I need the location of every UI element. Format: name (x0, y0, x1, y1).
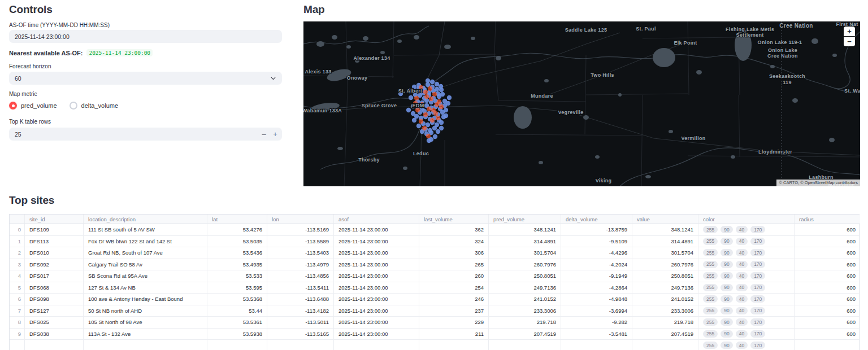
table-cell[interactable]: -113.5011 (267, 317, 334, 329)
table-cell[interactable]: 100 ave & Antony Henday - East Bound (84, 294, 207, 305)
row-index-cell[interactable]: 9 (10, 329, 25, 340)
table-cell[interactable]: 211 (419, 329, 489, 340)
column-header[interactable]: delta_volume (561, 215, 632, 224)
table-cell[interactable] (489, 340, 561, 350)
table-cell[interactable]: 2559040170 (698, 259, 795, 271)
table-cell[interactable]: 233.3006 (489, 305, 561, 317)
site-dot-blue[interactable] (439, 126, 444, 130)
site-dot-blue[interactable] (439, 120, 444, 125)
table-cell[interactable]: -4.2024 (561, 259, 632, 271)
site-dot-orange[interactable] (437, 99, 441, 104)
table-cell[interactable]: -3.5481 (561, 329, 632, 340)
table-cell[interactable] (561, 340, 632, 350)
site-dot-blue[interactable] (406, 108, 411, 112)
site-dot-blue[interactable] (432, 126, 437, 130)
table-cell[interactable]: 250.8051 (632, 270, 698, 282)
site-dot-blue[interactable] (426, 78, 430, 83)
forecast-horizon-select[interactable]: 60 (9, 72, 282, 85)
site-dot-orange[interactable] (414, 96, 419, 100)
table-cell[interactable]: 53.533 (207, 270, 267, 282)
table-cell[interactable] (267, 340, 334, 350)
table-cell[interactable]: 53.5035 (207, 236, 267, 248)
map[interactable]: Saddle Lake 125St. PaulCree NationFirst … (303, 21, 860, 186)
table-cell[interactable]: 53.595 (207, 282, 267, 294)
map-canvas[interactable]: Saddle Lake 125St. PaulCree NationFirst … (303, 21, 860, 186)
table-cell[interactable]: 53.5361 (207, 317, 267, 329)
table-cell[interactable]: 105 St North of 98 Ave (84, 317, 207, 329)
table-cell[interactable]: 2025-11-14 23:00:00 (334, 329, 419, 340)
table-cell[interactable]: 111 St SB south of 5 AV SW (84, 224, 207, 236)
map-zoom-in-button[interactable]: + (844, 27, 855, 36)
site-dot-orange[interactable] (433, 111, 438, 116)
table-cell[interactable]: 362 (419, 224, 489, 236)
table-cell[interactable]: 127 St & 134 Av NB (84, 282, 207, 294)
table-cell[interactable]: 53.5938 (207, 329, 267, 340)
topk-decrement-button[interactable]: – (258, 128, 270, 141)
topk-number-input[interactable]: 25 – + (9, 128, 282, 141)
table-cell[interactable]: 2559040170 (698, 270, 795, 282)
table-cell[interactable]: -113.5169 (267, 224, 334, 236)
table-cell[interactable]: DFS127 (25, 305, 84, 317)
site-dot-orange[interactable] (415, 108, 420, 112)
table-cell[interactable]: DFS025 (25, 317, 84, 329)
row-index-cell[interactable]: 1 (10, 236, 25, 248)
table-cell[interactable] (84, 340, 207, 350)
site-dot-orange[interactable] (436, 116, 440, 120)
table-cell[interactable]: -113.5589 (267, 236, 334, 248)
table-cell[interactable]: 53.44 (207, 305, 267, 317)
table-cell[interactable]: SB Scona Rd at 95A Ave (84, 270, 207, 282)
site-dot-orange[interactable] (427, 107, 431, 111)
table-cell[interactable]: 53.4276 (207, 224, 267, 236)
site-dot-blue[interactable] (436, 129, 440, 134)
table-cell[interactable]: DFS038 (25, 329, 84, 340)
table-cell[interactable]: 233.3006 (632, 305, 698, 317)
site-dot-orange[interactable] (426, 134, 431, 138)
row-index-cell[interactable]: 3 (10, 259, 25, 271)
radio-pred-volume[interactable]: pred_volume (9, 102, 57, 110)
table-cell[interactable]: 600 (795, 259, 860, 271)
table-cell[interactable]: DFS068 (25, 282, 84, 294)
table-cell[interactable] (795, 340, 860, 350)
table-cell[interactable]: 2025-11-14 23:00:00 (334, 294, 419, 305)
site-dot-blue[interactable] (416, 124, 421, 128)
table-cell[interactable]: 241.0152 (632, 294, 698, 305)
asof-time-input[interactable]: 2025-11-14 23:00:00 (9, 30, 282, 43)
column-header[interactable]: last_volume (419, 215, 489, 224)
table-cell[interactable]: 260.7976 (632, 259, 698, 271)
row-index-cell[interactable]: 7 (10, 305, 25, 317)
radio-delta-volume[interactable]: delta_volume (70, 102, 118, 110)
table-cell[interactable]: 2025-11-14 23:00:00 (334, 305, 419, 317)
table-cell[interactable]: 600 (795, 294, 860, 305)
table-cell[interactable]: 600 (795, 247, 860, 259)
table-cell[interactable]: 207.4519 (489, 329, 561, 340)
table-cell[interactable]: 50 St NB north of AHD (84, 305, 207, 317)
site-dot-orange[interactable] (439, 104, 444, 109)
table-cell[interactable]: 324 (419, 236, 489, 248)
table-cell[interactable]: 2025-11-14 23:00:00 (334, 247, 419, 259)
table-cell[interactable]: 241.0152 (489, 294, 561, 305)
table-cell[interactable]: 348.1241 (632, 224, 698, 236)
table-cell[interactable]: 314.4891 (489, 236, 561, 248)
table-cell[interactable]: 600 (795, 305, 860, 317)
table-cell[interactable]: Groat Rd NB, South of 107 Ave (84, 247, 207, 259)
table-cell[interactable]: 2025-11-14 23:00:00 (334, 282, 419, 294)
site-dot-blue[interactable] (439, 88, 444, 92)
table-cell[interactable]: 260 (419, 270, 489, 282)
map-zoom-out-button[interactable]: − (844, 37, 855, 46)
site-dot-orange[interactable] (423, 112, 428, 117)
site-dot-blue[interactable] (447, 95, 452, 100)
column-header[interactable]: asof (334, 215, 419, 224)
table-cell[interactable]: 265 (419, 259, 489, 271)
table-cell[interactable]: -9.5109 (561, 236, 632, 248)
site-dot-blue[interactable] (435, 82, 439, 86)
row-index-cell[interactable]: 6 (10, 294, 25, 305)
site-dot-orange[interactable] (423, 90, 428, 94)
table-cell[interactable]: 2559040170 (698, 247, 795, 259)
table-cell[interactable] (207, 340, 267, 350)
table-cell[interactable]: -113.6488 (267, 294, 334, 305)
table-cell[interactable]: Fox Dr WB btwn 122 St and 142 St (84, 236, 207, 248)
site-dot-orange[interactable] (430, 118, 435, 123)
table-cell[interactable]: 301.5704 (489, 247, 561, 259)
table-cell[interactable]: 2025-11-14 23:00:00 (334, 270, 419, 282)
table-cell[interactable]: -113.4182 (267, 305, 334, 317)
